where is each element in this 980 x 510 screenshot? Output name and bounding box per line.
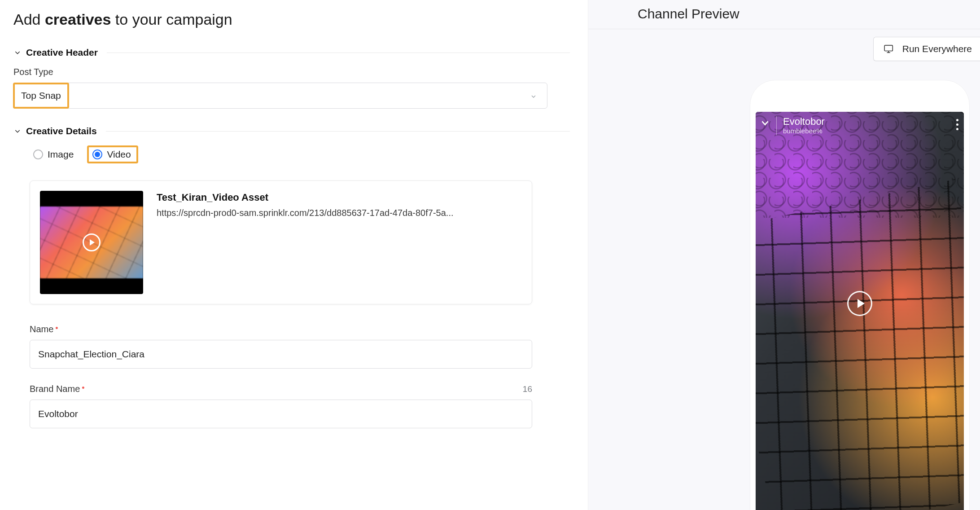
required-dot: •: [82, 383, 84, 392]
asset-thumbnail[interactable]: [40, 191, 143, 294]
asset-card[interactable]: Test_Kiran_Video Asset https://sprcdn-pr…: [30, 180, 532, 304]
more-icon[interactable]: [956, 116, 959, 130]
post-type-label: Post Type: [13, 67, 570, 77]
preview-brand-block: Evoltobor bumblebee%: [783, 116, 825, 135]
asset-meta: Test_Kiran_Video Asset https://sprcdn-pr…: [157, 191, 454, 294]
radio-video-highlight: Video: [87, 145, 138, 163]
radio-video[interactable]: Video: [92, 149, 131, 160]
section-creative-details[interactable]: Creative Details: [13, 126, 570, 136]
radio-image[interactable]: Image: [30, 147, 77, 162]
creative-details-body: Image Video Test_Kiran_Video Asset https…: [13, 145, 570, 428]
asset-title: Test_Kiran_Video Asset: [157, 192, 454, 203]
radio-image-label: Image: [48, 149, 74, 160]
svg-rect-0: [884, 45, 892, 51]
page-title-suffix: to your campaign: [111, 11, 232, 28]
radio-icon: [33, 149, 43, 159]
preview-topbar: Evoltobor bumblebee%: [760, 116, 959, 140]
page-title: Add creatives to your campaign: [13, 11, 570, 28]
preview-heading: Channel Preview: [588, 0, 980, 29]
preview-panel: Channel Preview Run Everywhere: [588, 0, 980, 510]
run-everywhere-label: Run Everywhere: [902, 44, 972, 54]
play-icon[interactable]: [847, 291, 872, 316]
page-title-prefix: Add: [13, 11, 45, 28]
preview-handle: bumblebee%: [783, 127, 825, 135]
page-title-bold: creatives: [45, 11, 111, 28]
divider: [776, 116, 777, 135]
required-dot: •: [55, 324, 58, 333]
preview-image-overlay: [756, 179, 964, 510]
post-type-highlight: Top Snap: [13, 83, 69, 109]
preview-brand: Evoltobor: [783, 116, 825, 127]
run-everywhere-button[interactable]: Run Everywhere: [873, 37, 980, 61]
devices-icon: [884, 44, 895, 53]
name-input[interactable]: [30, 340, 532, 369]
chevron-down-icon: [530, 92, 537, 99]
radio-icon: [92, 149, 102, 159]
divider: [106, 131, 570, 132]
phone-preview: Evoltobor bumblebee%: [750, 80, 970, 510]
chevron-down-icon: [13, 48, 22, 57]
post-type-value: Top Snap: [21, 90, 61, 101]
left-panel: Add creatives to your campaign Creative …: [0, 0, 583, 510]
brand-char-count: 16: [523, 384, 532, 394]
divider: [107, 53, 570, 53]
section-creative-header[interactable]: Creative Header: [13, 47, 570, 58]
brand-field-block: Brand Name• 16: [30, 384, 570, 428]
phone-screen: Evoltobor bumblebee%: [756, 112, 964, 510]
name-field-block: Name•: [30, 324, 570, 369]
section-title-creative-details: Creative Details: [26, 126, 97, 136]
name-label-text: Name: [30, 324, 53, 334]
chevron-down-icon: [13, 127, 22, 135]
play-icon: [83, 233, 101, 251]
preview-topbar-left: Evoltobor bumblebee%: [760, 116, 825, 135]
chevron-down-icon[interactable]: [760, 118, 770, 128]
post-type-select[interactable]: Top Snap: [13, 83, 547, 109]
section-title-creative-header: Creative Header: [26, 47, 98, 58]
radio-video-label: Video: [107, 149, 131, 160]
brand-input[interactable]: [30, 400, 532, 428]
name-label: Name•: [30, 324, 570, 334]
brand-label-text: Brand Name: [30, 384, 80, 394]
asset-url: https://sprcdn-prod0-sam.sprinklr.com/21…: [157, 208, 454, 218]
media-radio-group: Image Video: [30, 145, 570, 163]
brand-label: Brand Name•: [30, 384, 85, 394]
